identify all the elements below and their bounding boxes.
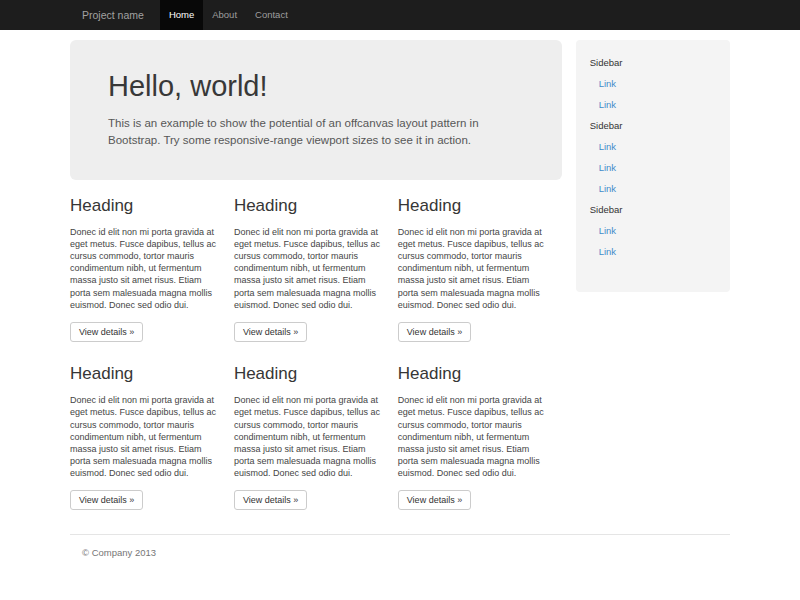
nav-item-about[interactable]: About [203,0,246,30]
sidebar-link[interactable]: Link [586,136,720,157]
view-details-button[interactable]: View details » [234,490,307,510]
sidebar: Sidebar Link Link Sidebar Link Link Link… [576,40,730,292]
view-details-button[interactable]: View details » [70,490,143,510]
card-3: Heading Donec id elit non mi porta gravi… [398,196,562,342]
card-heading: Heading [70,196,218,216]
sidebar-heading: Sidebar [586,52,720,73]
navbar-brand[interactable]: Project name [70,0,156,30]
view-details-button[interactable]: View details » [234,322,307,342]
view-details-button[interactable]: View details » [70,322,143,342]
card-heading: Heading [70,364,218,384]
sidebar-heading: Sidebar [586,199,720,220]
card-6: Heading Donec id elit non mi porta gravi… [398,364,562,510]
card-body: Donec id elit non mi porta gravida at eg… [234,394,382,479]
card-heading: Heading [398,364,546,384]
sidebar-link[interactable]: Link [586,178,720,199]
sidebar-link[interactable]: Link [586,94,720,115]
card-2: Heading Donec id elit non mi porta gravi… [234,196,398,342]
card-5: Heading Donec id elit non mi porta gravi… [234,364,398,510]
card-heading: Heading [234,364,382,384]
view-details-button[interactable]: View details » [398,490,471,510]
card-body: Donec id elit non mi porta gravida at eg… [398,226,546,311]
sidebar-column: Sidebar Link Link Sidebar Link Link Link… [562,40,730,532]
nav-item-home[interactable]: Home [160,0,203,30]
card-4: Heading Donec id elit non mi porta gravi… [70,364,234,510]
sidebar-link[interactable]: Link [586,73,720,94]
card-heading: Heading [234,196,382,216]
sidebar-link[interactable]: Link [586,157,720,178]
card-heading: Heading [398,196,546,216]
card-body: Donec id elit non mi porta gravida at eg… [398,394,546,479]
cards-row-1: Heading Donec id elit non mi porta gravi… [70,196,562,342]
nav-list-item: Home [160,0,203,30]
main-content: Hello, world! This is an example to show… [70,40,562,532]
sidebar-link[interactable]: Link [586,220,720,241]
jumbotron-text: This is an example to show the potential… [108,115,524,150]
copyright-text: © Company 2013 [70,547,730,558]
nav-list-item: Contact [246,0,297,30]
card-1: Heading Donec id elit non mi porta gravi… [70,196,234,342]
jumbotron-title: Hello, world! [108,70,524,103]
nav-list-item: About [203,0,246,30]
card-body: Donec id elit non mi porta gravida at eg… [70,226,218,311]
card-body: Donec id elit non mi porta gravida at eg… [234,226,382,311]
navbar: Project name Home About Contact [0,0,800,30]
footer: © Company 2013 [70,534,730,588]
sidebar-heading: Sidebar [586,115,720,136]
sidebar-link[interactable]: Link [586,241,720,262]
cards-row-2: Heading Donec id elit non mi porta gravi… [70,364,562,510]
card-body: Donec id elit non mi porta gravida at eg… [70,394,218,479]
view-details-button[interactable]: View details » [398,322,471,342]
jumbotron: Hello, world! This is an example to show… [70,40,562,180]
nav-item-contact[interactable]: Contact [246,0,297,30]
content-row: Hello, world! This is an example to show… [70,40,730,532]
navbar-menu: Home About Contact [160,0,297,30]
